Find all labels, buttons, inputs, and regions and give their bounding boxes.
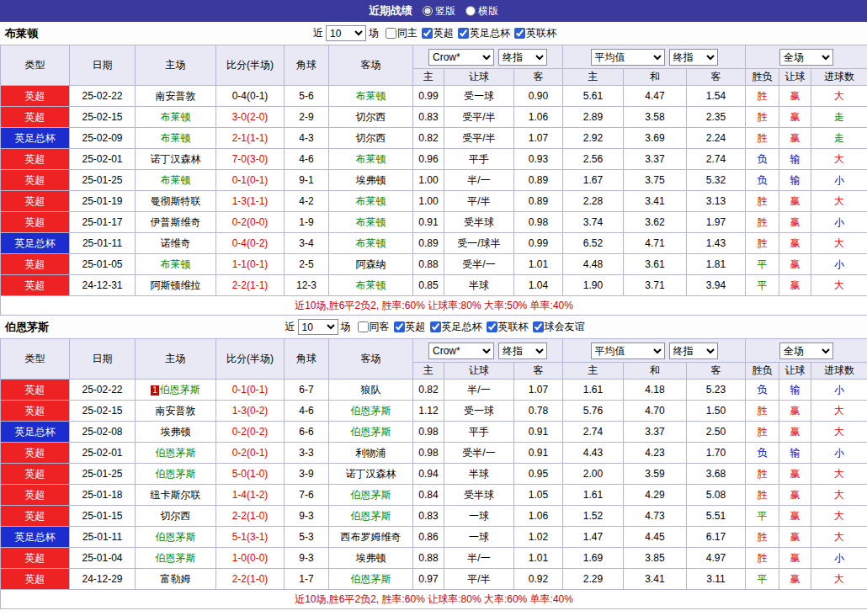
league-option-eflcup[interactable]: 英联杯 [510,26,556,40]
avg-final-select[interactable]: 终指 [669,49,718,66]
corner-count: 4-6 [285,401,329,422]
sub-avg-draw: 和 [624,363,687,380]
odds-final-select[interactable]: 终指 [498,343,547,359]
layout-horizontal-option[interactable]: 横版 [465,4,498,19]
result-outcome: 胜 [746,464,779,485]
score: 0-4(0-1) [216,86,285,107]
avg-odds-draw: 4.23 [624,443,687,464]
match-row: 英超25-01-15切尔西2-2(1-0)9-3伯恩茅斯0.83一球1.061.… [1,506,867,527]
avg-odds-draw: 3.69 [624,128,687,149]
league-checkbox-eflcup[interactable] [514,28,525,39]
match-count-select[interactable]: 10 [326,25,366,41]
league-option-eflcup[interactable]: 英联杯 [482,320,529,334]
corner-count: 7-6 [285,485,329,506]
handicap-odds-home: 1.00 [413,170,444,191]
scope-select[interactable]: 全场 [779,49,833,66]
layout-vertical-option[interactable]: 竖版 [423,4,455,19]
avg-odds-home: 2.28 [563,191,624,212]
league-label: 英联杯 [526,26,556,40]
handicap-line: 受半球 [444,212,514,233]
match-row: 英超25-02-01诺丁汉森林7-0(3-0)4-6布莱顿0.96平手0.932… [1,149,867,170]
avg-odds-away: 1.50 [687,401,746,422]
avg-odds-home: 1.67 [563,170,624,191]
result-outcome: 平 [746,569,779,590]
home-team: 伯恩茅斯 [136,443,216,464]
result-outcome: 胜 [746,86,779,107]
league-checkbox-friendly[interactable] [533,321,544,332]
result-handicap: 赢 [779,401,811,422]
avg-odds-home: 1.69 [563,548,624,569]
away-team: 阿森纳 [329,254,413,275]
same-venue-checkbox[interactable] [386,28,396,39]
league-option-friendly[interactable]: 球会友谊 [529,320,585,334]
match-date: 25-02-22 [70,380,136,401]
result-goals: 小 [811,212,867,233]
summary-row: 近10场,胜6平2负2, 胜率:60% 让球率:80% 大率:50% 单率:40… [1,296,867,316]
odds-final-select[interactable]: 终指 [498,49,547,66]
vertical-radio[interactable] [423,6,433,16]
league-badge: 英超 [1,464,70,485]
avg-odds-away: 3.11 [687,569,746,590]
league-option-facup[interactable]: 英足总杯 [426,320,482,334]
league-badge: 英足总杯 [1,527,70,548]
result-goals: 大 [811,401,867,422]
scope-select[interactable]: 全场 [779,343,833,359]
league-checkbox-premier[interactable] [422,28,433,39]
avg-odds-away: 2.74 [687,149,746,170]
match-count-select[interactable]: 10 [298,319,338,335]
league-checkbox-facup[interactable] [458,28,469,39]
result-outcome: 胜 [746,401,779,422]
handicap-odds-away: 1.06 [514,107,563,128]
same-venue-checkbox[interactable] [358,321,369,332]
result-goals: 大 [811,464,867,485]
handicap-odds-home: 0.88 [413,548,444,569]
league-option-premier[interactable]: 英超 [390,320,426,334]
handicap-odds-header: Crow* 终指 [413,339,563,363]
score: 0-1(0-1) [216,380,285,401]
result-goals: 大 [811,149,867,170]
corner-count: 1-9 [285,212,329,233]
league-option-facup[interactable]: 英足总杯 [454,26,510,40]
result-goals: 走 [811,107,867,128]
handicap-odds-away: 0.98 [514,212,563,233]
home-team: 布莱顿 [136,170,216,191]
result-goals: 小 [811,548,867,569]
avg-odds-draw: 3.61 [624,254,687,275]
home-team: 切尔西 [136,506,216,527]
handicap-odds-away: 0.78 [514,401,563,422]
away-team: 埃弗顿 [329,548,413,569]
away-team: 布莱顿 [329,233,413,254]
result-outcome: 胜 [746,422,779,443]
avg-source-select[interactable]: 平均值 [591,343,665,359]
same-venue-option[interactable]: 同客 [354,320,390,334]
same-venue-option[interactable]: 同主 [381,26,418,40]
league-checkbox-premier[interactable] [394,321,405,332]
league-badge: 英超 [1,86,70,107]
handicap-line: 平/半 [444,569,514,590]
result-handicap: 赢 [779,527,811,548]
match-row: 英超25-02-15布莱顿3-0(2-0)2-9切尔西0.83受平/半1.062… [1,107,867,128]
match-date: 25-01-04 [70,548,136,569]
avg-odds-home: 2.56 [563,149,624,170]
bookmaker-select[interactable]: Crow* [428,343,494,359]
handicap-odds-home: 0.84 [413,485,444,506]
match-date: 25-01-15 [70,506,136,527]
handicap-odds-away: 0.89 [514,191,563,212]
match-date: 25-01-17 [70,212,136,233]
league-option-premier[interactable]: 英超 [418,26,454,40]
league-checkbox-eflcup[interactable] [487,321,497,332]
corner-count: 3-4 [285,233,329,254]
handicap-odds-away: 0.91 [514,422,563,443]
corner-count: 5-6 [285,86,329,107]
avg-final-select[interactable]: 终指 [669,343,718,359]
horizontal-radio[interactable] [465,6,476,16]
handicap-odds-home: 1.12 [413,401,444,422]
handicap-odds-away: 0.89 [514,170,563,191]
avg-odds-away: 5.08 [687,485,746,506]
handicap-odds-away: 0.91 [514,443,563,464]
league-checkbox-facup[interactable] [430,321,441,332]
match-row: 英超25-01-19曼彻斯特联1-3(1-1)4-2布莱顿1.00平/半0.89… [1,191,867,212]
avg-odds-draw: 4.45 [624,527,687,548]
bookmaker-select[interactable]: Crow* [428,49,494,66]
avg-source-select[interactable]: 平均值 [591,49,665,66]
